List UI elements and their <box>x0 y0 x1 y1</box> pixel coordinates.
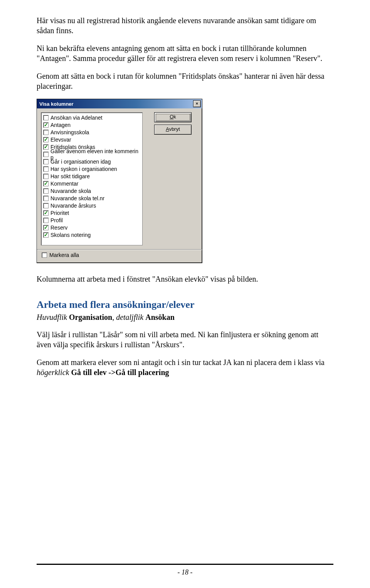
column-checkbox[interactable] <box>43 122 49 128</box>
footer-rule <box>37 564 333 565</box>
avbryt-label-rest: vbryt <box>169 126 180 132</box>
column-label: Nuvarande skola tel.nr <box>50 195 104 201</box>
list-item[interactable]: Profil <box>41 216 142 224</box>
list-item[interactable]: Prioritet <box>41 209 142 216</box>
columns-listbox[interactable]: Ansökan via AdelanetAntagenAnvisningssko… <box>41 112 143 245</box>
column-checkbox[interactable] <box>43 196 49 201</box>
p5-text: Genom att markera elever som ni antagit … <box>37 358 325 367</box>
column-checkbox[interactable] <box>43 137 49 142</box>
column-checkbox[interactable] <box>43 218 49 223</box>
column-label: Prioritet <box>50 210 69 216</box>
p5-bold: Gå till elev ->Gå till placering <box>71 368 169 377</box>
list-item[interactable]: Gäller ävenom eleven inte kommerin p <box>41 150 142 158</box>
column-label: Elevsvar <box>50 137 71 143</box>
column-checkbox[interactable] <box>43 159 49 164</box>
list-item[interactable]: Skolans notering <box>41 231 142 238</box>
list-item[interactable]: Ansökan via Adelanet <box>41 114 142 121</box>
column-checkbox[interactable] <box>43 144 49 150</box>
ok-label-accel: O <box>170 114 173 120</box>
list-item[interactable]: Elevsvar <box>41 136 142 143</box>
list-item[interactable]: Nuvarande skola tel.nr <box>41 194 142 202</box>
paragraph: Ni kan bekräfta elevens antagning genom … <box>37 43 333 63</box>
page-number: - 18 - <box>0 568 370 576</box>
column-checkbox[interactable] <box>43 115 49 120</box>
list-item[interactable]: Antagen <box>41 121 142 128</box>
markera-alla-label: Markera alla <box>49 252 79 258</box>
column-label: Skolans notering <box>50 232 91 238</box>
column-label: Reserv <box>50 225 67 231</box>
section-subhead: Huvudflik Organisation, detaljflik Ansök… <box>37 313 333 322</box>
column-checkbox[interactable] <box>43 232 49 238</box>
dialog-title: Visa kolumner <box>39 101 74 107</box>
sub-bold2: Ansökan <box>145 313 175 321</box>
column-label: Går i organisationen idag <box>50 159 111 165</box>
column-checkbox[interactable] <box>43 203 49 208</box>
visa-kolumner-dialog: Visa kolumner × Ansökan via AdelanetAnta… <box>37 99 202 263</box>
column-checkbox[interactable] <box>43 225 49 230</box>
column-label: Har sökt tidigare <box>50 173 90 179</box>
dialog-titlebar: Visa kolumner × <box>37 99 202 108</box>
avbryt-button[interactable]: Avbryt <box>154 125 192 135</box>
avbryt-label-accel: A <box>166 126 169 132</box>
column-label: Nuvarande årskurs <box>50 203 96 209</box>
list-item[interactable]: Kommentar <box>41 180 142 187</box>
ok-button[interactable]: Ok <box>154 112 192 122</box>
list-item[interactable]: Har syskon i organisationen <box>41 165 142 172</box>
list-item[interactable]: Nuvarande skola <box>41 187 142 194</box>
paragraph: Genom att sätta en bock i rutan för kolu… <box>37 71 333 91</box>
ok-label-rest: k <box>173 114 176 120</box>
paragraph: Här visas nu all registrerad historik an… <box>37 15 333 35</box>
column-checkbox[interactable] <box>43 188 49 194</box>
column-label: Har syskon i organisationen <box>50 166 117 172</box>
column-label: Ansökan via Adelanet <box>50 115 103 121</box>
column-checkbox[interactable] <box>43 130 49 135</box>
markera-alla-row[interactable]: Markera alla <box>37 249 202 263</box>
column-checkbox[interactable] <box>43 152 49 157</box>
sub-mid: , detaljflik <box>112 313 145 321</box>
section-heading: Arbeta med flera ansökningar/elever <box>37 299 333 311</box>
column-label: Kommentar <box>50 181 78 187</box>
p5-italic: högerklick <box>37 368 71 377</box>
column-label: Anvisningsskola <box>50 129 89 135</box>
column-label: Nuvarande skola <box>50 188 91 194</box>
paragraph: Välj läsår i rullistan "Läsår" som ni vi… <box>37 329 333 350</box>
markera-alla-checkbox[interactable] <box>42 252 47 258</box>
column-label: Antagen <box>50 122 71 128</box>
column-label: Profil <box>50 217 63 223</box>
image-caption: Kolumnerna att arbeta med i fönstret "An… <box>37 275 333 284</box>
list-item[interactable]: Nuvarande årskurs <box>41 202 142 209</box>
sub-bold: Organisation <box>69 313 112 321</box>
column-checkbox[interactable] <box>43 210 49 216</box>
list-item[interactable]: Har sökt tidigare <box>41 172 142 180</box>
column-checkbox[interactable] <box>43 174 49 179</box>
list-item[interactable]: Anvisningsskola <box>41 128 142 136</box>
close-icon[interactable]: × <box>193 100 201 107</box>
column-checkbox[interactable] <box>43 181 49 186</box>
list-item[interactable]: Reserv <box>41 224 142 231</box>
paragraph: Genom att markera elever som ni antagit … <box>37 357 333 377</box>
column-checkbox[interactable] <box>43 166 49 172</box>
sub-pre: Huvudflik <box>37 313 69 321</box>
